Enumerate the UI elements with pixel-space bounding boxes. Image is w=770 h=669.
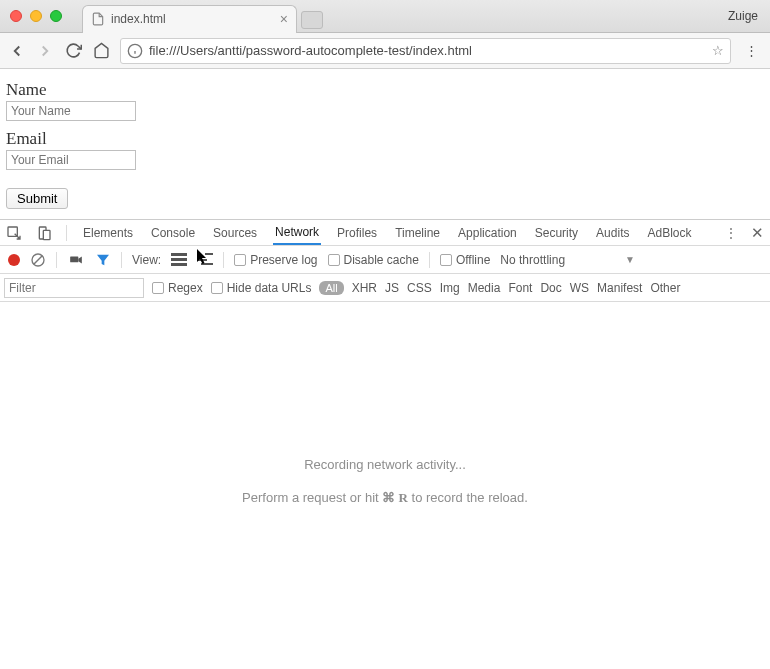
hint-text: Perform a request or hit ⌘ R to record t… <box>242 490 528 506</box>
separator <box>223 252 224 268</box>
profile-name[interactable]: Zuige <box>728 9 758 23</box>
filter-type-css[interactable]: CSS <box>407 281 432 295</box>
filter-type-font[interactable]: Font <box>508 281 532 295</box>
devtools-panel: Elements Console Sources Network Profile… <box>0 219 770 660</box>
forward-button[interactable] <box>36 42 54 60</box>
close-tab-button[interactable]: × <box>280 11 288 27</box>
page-content: Name Email Submit <box>0 69 770 219</box>
url-text: file:///Users/antti/password-autocomplet… <box>149 43 706 58</box>
separator <box>66 225 67 241</box>
tab-audits[interactable]: Audits <box>594 221 631 245</box>
name-label: Name <box>6 80 764 100</box>
overview-icon[interactable] <box>197 253 213 266</box>
filter-type-js[interactable]: JS <box>385 281 399 295</box>
tab-console[interactable]: Console <box>149 221 197 245</box>
home-button[interactable] <box>92 42 110 60</box>
window-titlebar: index.html × Zuige <box>0 0 770 33</box>
tab-adblock[interactable]: AdBlock <box>645 221 693 245</box>
tab-network[interactable]: Network <box>273 220 321 245</box>
clear-button[interactable] <box>30 252 46 268</box>
svg-rect-13 <box>205 253 213 255</box>
address-bar[interactable]: file:///Users/antti/password-autocomplet… <box>120 38 731 64</box>
filter-type-other[interactable]: Other <box>650 281 680 295</box>
separator <box>56 252 57 268</box>
back-button[interactable] <box>8 42 26 60</box>
svg-rect-10 <box>171 258 187 261</box>
network-filter-bar: Regex Hide data URLs All XHR JS CSS Img … <box>0 274 770 302</box>
devtools-close-button[interactable]: ✕ <box>751 224 764 242</box>
svg-rect-14 <box>197 259 207 261</box>
tab-profiles[interactable]: Profiles <box>335 221 379 245</box>
minimize-window-button[interactable] <box>30 10 42 22</box>
browser-tab[interactable]: index.html × <box>82 5 297 33</box>
tab-security[interactable]: Security <box>533 221 580 245</box>
tab-sources[interactable]: Sources <box>211 221 259 245</box>
recording-status-text: Recording network activity... <box>304 457 466 472</box>
filter-icon[interactable] <box>95 252 111 268</box>
email-label: Email <box>6 129 764 149</box>
separator <box>429 252 430 268</box>
site-info-icon[interactable] <box>127 43 143 59</box>
filter-type-media[interactable]: Media <box>468 281 501 295</box>
device-toggle-icon[interactable] <box>36 225 52 241</box>
svg-rect-8 <box>70 256 78 262</box>
regex-checkbox[interactable]: Regex <box>152 281 203 295</box>
svg-rect-11 <box>171 263 187 266</box>
tab-timeline[interactable]: Timeline <box>393 221 442 245</box>
new-tab-button[interactable] <box>301 11 323 29</box>
svg-rect-12 <box>197 255 203 257</box>
capture-screenshots-icon[interactable] <box>67 253 85 267</box>
filter-type-ws[interactable]: WS <box>570 281 589 295</box>
filter-type-all[interactable]: All <box>319 281 343 295</box>
bookmark-star-icon[interactable]: ☆ <box>712 43 724 58</box>
filter-type-img[interactable]: Img <box>440 281 460 295</box>
page-icon <box>91 12 105 26</box>
email-input[interactable] <box>6 150 136 170</box>
traffic-lights <box>0 10 62 22</box>
network-empty-state: Recording network activity... Perform a … <box>0 302 770 660</box>
separator <box>121 252 122 268</box>
filter-type-manifest[interactable]: Manifest <box>597 281 642 295</box>
svg-rect-15 <box>201 263 213 265</box>
disable-cache-checkbox[interactable]: Disable cache <box>328 253 419 267</box>
hide-data-urls-checkbox[interactable]: Hide data URLs <box>211 281 312 295</box>
maximize-window-button[interactable] <box>50 10 62 22</box>
tab-elements[interactable]: Elements <box>81 221 135 245</box>
svg-rect-9 <box>171 253 187 256</box>
tab-title: index.html <box>111 12 274 26</box>
large-rows-icon[interactable] <box>171 253 187 266</box>
tab-application[interactable]: Application <box>456 221 519 245</box>
inspect-icon[interactable] <box>6 225 22 241</box>
reload-button[interactable] <box>64 42 82 60</box>
name-input[interactable] <box>6 101 136 121</box>
svg-line-7 <box>34 256 42 264</box>
devtools-menu-button[interactable]: ⋮ <box>725 226 737 240</box>
chevron-down-icon: ▼ <box>625 254 635 265</box>
browser-toolbar: file:///Users/antti/password-autocomplet… <box>0 33 770 69</box>
preserve-log-checkbox[interactable]: Preserve log <box>234 253 317 267</box>
filter-type-xhr[interactable]: XHR <box>352 281 377 295</box>
network-toolbar: View: Preserve log Disable cache Offline… <box>0 246 770 274</box>
devtools-tabs: Elements Console Sources Network Profile… <box>0 220 770 246</box>
submit-button[interactable]: Submit <box>6 188 68 209</box>
filter-type-doc[interactable]: Doc <box>540 281 561 295</box>
browser-menu-button[interactable]: ⋮ <box>741 43 762 58</box>
svg-rect-5 <box>43 230 50 239</box>
offline-checkbox[interactable]: Offline <box>440 253 490 267</box>
close-window-button[interactable] <box>10 10 22 22</box>
filter-input[interactable] <box>4 278 144 298</box>
throttling-select[interactable]: No throttling ▼ <box>500 253 635 267</box>
record-button[interactable] <box>8 254 20 266</box>
view-label: View: <box>132 253 161 267</box>
